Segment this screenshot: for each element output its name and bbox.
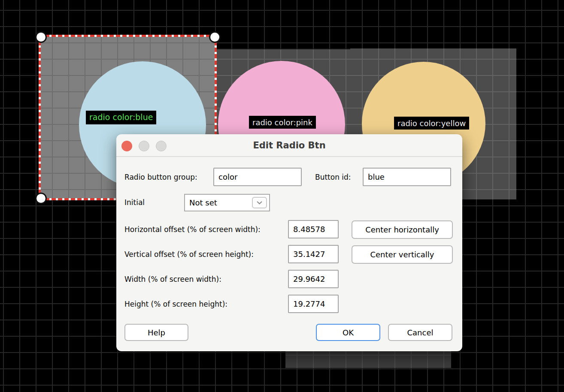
zoom-window-icon[interactable] xyxy=(156,141,167,151)
vertical-offset-label: Vertical offset (% of screen height): xyxy=(124,245,254,263)
radio-group-input[interactable] xyxy=(213,168,302,186)
width-percent-label: Width (% of screen width): xyxy=(124,270,221,288)
horizontal-offset-label: Horizontal offset (% of screen width): xyxy=(124,220,261,238)
help-button[interactable]: Help xyxy=(124,324,188,341)
editor-canvas[interactable]: radio color:blue radio color:pink radio … xyxy=(0,0,564,392)
height-percent-input[interactable] xyxy=(288,295,339,313)
edit-radio-btn-dialog: Edit Radio Btn Radio button group: Butto… xyxy=(116,134,462,351)
element-label-pink: radio color:pink xyxy=(249,116,316,129)
minimize-window-icon[interactable] xyxy=(139,141,149,151)
resize-handle-top-left[interactable] xyxy=(35,31,47,43)
initial-dropdown[interactable]: Not set xyxy=(184,194,270,211)
initial-label: Initial xyxy=(124,193,145,211)
dialog-title: Edit Radio Btn xyxy=(253,140,325,151)
vertical-offset-input[interactable] xyxy=(288,245,339,263)
width-percent-input[interactable] xyxy=(288,270,339,288)
resize-handle-top-right[interactable] xyxy=(209,31,221,43)
initial-dropdown-value: Not set xyxy=(189,198,217,207)
center-vertically-button[interactable]: Center vertically xyxy=(352,245,453,264)
resize-handle-bottom-left[interactable] xyxy=(35,193,47,204)
button-id-label: Button id: xyxy=(315,168,351,186)
dialog-titlebar[interactable]: Edit Radio Btn xyxy=(116,134,462,157)
ok-button[interactable]: OK xyxy=(316,324,380,341)
cancel-button[interactable]: Cancel xyxy=(388,324,452,341)
close-window-icon[interactable] xyxy=(121,141,132,151)
button-id-input[interactable] xyxy=(363,168,451,186)
height-percent-label: Height (% of screen height): xyxy=(124,295,227,313)
radio-group-label: Radio button group: xyxy=(124,168,197,186)
chevron-down-icon[interactable] xyxy=(252,197,267,208)
center-horizontally-button[interactable]: Center horizontally xyxy=(352,220,453,239)
element-label-yellow: radio color:yellow xyxy=(394,117,469,130)
horizontal-offset-input[interactable] xyxy=(288,220,339,238)
